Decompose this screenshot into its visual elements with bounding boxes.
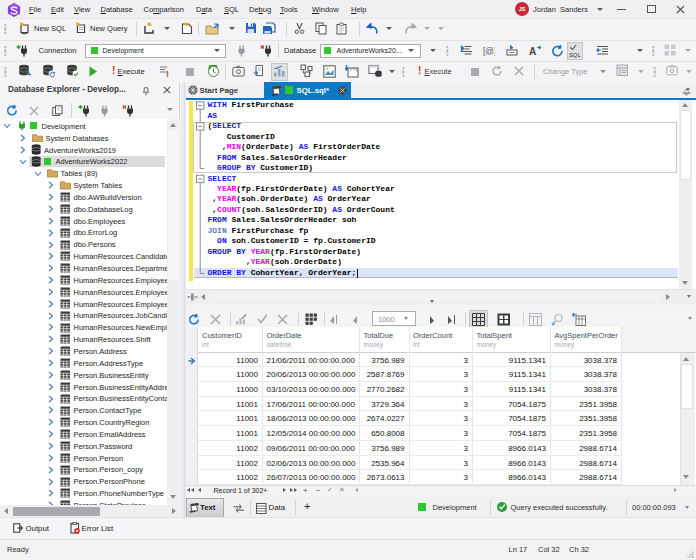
svg-text:SQL: SQL [569,52,581,58]
svg-text:A: A [529,46,536,57]
svg-text:!: ! [166,69,169,79]
svg-text:[@]: [@] [483,46,495,56]
